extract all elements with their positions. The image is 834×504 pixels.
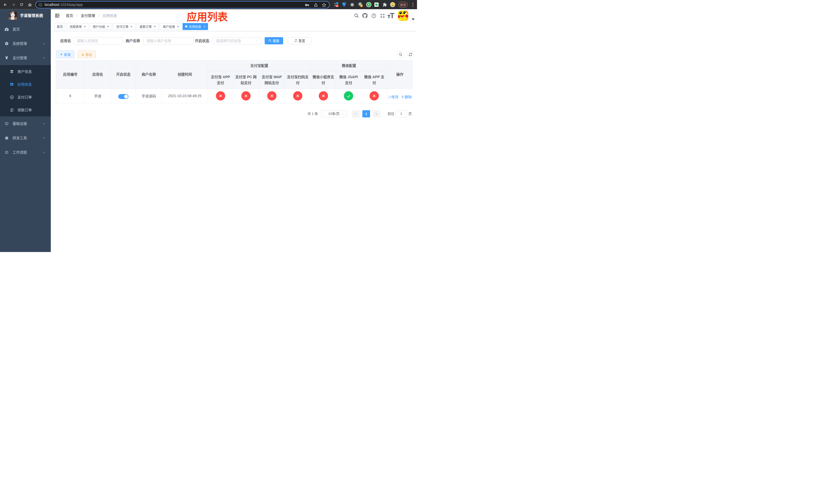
svg-text:¥: ¥ bbox=[11, 96, 13, 98]
svg-text:10: 10 bbox=[336, 5, 338, 7]
svg-text:1: 1 bbox=[361, 5, 362, 7]
